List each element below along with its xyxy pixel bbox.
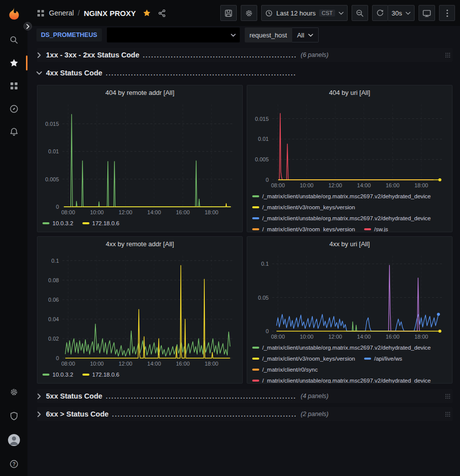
row-drag-handle-icon[interactable] <box>445 412 451 417</box>
request-host-label: request_host <box>245 27 292 42</box>
timeseries-chart[interactable]: 08:0010:0012:0014:0016:0018:0000.050.1 <box>250 251 449 341</box>
legend-series-marker <box>252 347 259 349</box>
clock-icon <box>265 9 273 17</box>
legend-item[interactable]: /_matrix/client/v3/room_keys/version <box>252 224 355 232</box>
legend-series-marker <box>252 206 259 208</box>
svg-text:08:00: 08:00 <box>61 361 75 367</box>
panel-title[interactable]: 4xx by remote addr [All] <box>37 237 242 251</box>
sidebar-item-starred[interactable] <box>0 52 27 74</box>
timeseries-chart[interactable]: 08:0010:0012:0014:0016:0018:0000.020.040… <box>40 251 239 368</box>
request-host-dropdown[interactable]: All <box>292 27 319 42</box>
sidebar-item-profile[interactable] <box>0 429 27 451</box>
sidebar-item-alerting[interactable] <box>0 121 27 143</box>
save-dashboard-button[interactable] <box>220 5 237 21</box>
breadcrumb-section[interactable]: General <box>49 9 74 17</box>
sidebar-item-search[interactable] <box>0 29 27 51</box>
chart-legend: /_matrix/client/unstable/org.matrix.msc2… <box>247 190 452 232</box>
legend-item[interactable]: /_matrix/client/unstable/org.matrix.msc2… <box>252 342 431 353</box>
time-range-picker[interactable]: Last 12 hours CST <box>261 5 348 21</box>
svg-text:0.005: 0.005 <box>45 176 59 182</box>
panel-title[interactable]: 404 by uri [All] <box>247 85 452 99</box>
row-1xx-3xx-2xx[interactable]: 1xx - 3xx - 2xx Status Code ............… <box>37 48 453 62</box>
svg-text:10:00: 10:00 <box>300 182 314 188</box>
sidebar-nav <box>0 28 27 144</box>
star-icon <box>9 58 18 67</box>
legend-series-marker <box>364 228 371 230</box>
kebab-menu-icon <box>446 9 449 17</box>
sidebar-expand-button[interactable] <box>23 22 32 30</box>
row-drag-handle-icon[interactable] <box>445 394 451 399</box>
legend-item[interactable]: 172.18.0.6 <box>82 369 119 380</box>
question-circle-icon: ? <box>9 460 18 469</box>
svg-text:12:00: 12:00 <box>328 182 342 188</box>
svg-text:10:00: 10:00 <box>90 361 104 367</box>
svg-text:?: ? <box>12 462 15 467</box>
more-options-button[interactable] <box>439 5 455 21</box>
panel-title[interactable]: 4xx by uri [All] <box>247 237 452 251</box>
legend-series-label: /_matrix/client/r0/sync <box>262 364 318 375</box>
sidebar-item-explore[interactable] <box>0 98 27 120</box>
refresh-interval-dropdown[interactable]: 30s <box>388 5 415 21</box>
sidebar-item-server-admin[interactable] <box>0 405 27 427</box>
legend-series-marker <box>252 195 259 197</box>
row-drag-handle-icon[interactable] <box>445 52 451 58</box>
dashboard-content: 1xx - 3xx - 2xx Status Code ............… <box>27 44 460 476</box>
legend-series-marker <box>42 222 49 224</box>
datasource-variable-dropdown[interactable] <box>107 27 240 42</box>
share-icon[interactable] <box>158 9 166 17</box>
legend-item[interactable]: /_matrix/client/r0/sync <box>252 364 318 375</box>
chevron-right-icon <box>37 412 46 417</box>
chart-legend: 10.0.3.2172.18.0.6 <box>37 368 242 383</box>
chevron-down-icon <box>308 33 313 37</box>
row-title: 6xx > Status Code <box>46 410 108 418</box>
timeseries-chart[interactable]: 08:0010:0012:0014:0016:0018:0000.0050.01… <box>40 99 239 217</box>
svg-text:10:00: 10:00 <box>90 209 104 215</box>
legend-item[interactable]: /_matrix/client/v3/room_keys/version <box>252 353 355 364</box>
row-5xx[interactable]: 5xx Status Code ........................… <box>37 389 453 403</box>
sidebar-item-dashboards[interactable] <box>0 75 27 97</box>
top-navbar: General / NGINX PROXY La <box>27 0 460 26</box>
chevron-right-icon <box>37 394 46 399</box>
request-host-value: All <box>297 31 304 39</box>
legend-series-marker <box>252 380 259 382</box>
svg-text:14:00: 14:00 <box>147 209 161 215</box>
row-title: 1xx - 3xx - 2xx Status Code <box>46 51 139 59</box>
sidebar-bottom: ? <box>0 380 27 476</box>
legend-item[interactable]: /_matrix/client/v3/room_keys/version <box>252 202 355 213</box>
svg-text:16:00: 16:00 <box>386 334 400 340</box>
datasource-variable-label[interactable]: DS_PROMETHEUS <box>36 28 102 41</box>
zoom-out-button[interactable] <box>352 5 368 21</box>
svg-text:0.1: 0.1 <box>261 261 269 267</box>
legend-series-marker <box>42 374 49 376</box>
panel-title[interactable]: 404 by remote addr [All] <box>37 85 242 99</box>
svg-text:0: 0 <box>266 177 269 183</box>
favorite-star-icon[interactable] <box>143 9 151 17</box>
submenu-bar: DS_PROMETHEUS request_host All <box>27 26 460 44</box>
legend-item[interactable]: 10.0.3.2 <box>42 218 73 229</box>
dashboard-settings-button[interactable] <box>241 5 257 21</box>
legend-series-label: /_matrix/client/unstable/org.matrix.msc2… <box>262 191 431 202</box>
cycle-view-mode-button[interactable] <box>419 5 435 21</box>
legend-item[interactable]: /api/live/ws <box>364 353 402 364</box>
svg-text:0: 0 <box>266 328 269 334</box>
legend-item[interactable]: /_matrix/client/unstable/org.matrix.msc2… <box>252 213 431 224</box>
sidebar-item-configuration[interactable] <box>0 381 27 403</box>
legend-item[interactable]: 10.0.3.2 <box>42 369 73 380</box>
svg-text:0.1: 0.1 <box>51 258 59 264</box>
row-6xx[interactable]: 6xx > Status Code ......................… <box>37 407 453 421</box>
chart-legend: 10.0.3.2172.18.0.6 <box>37 217 242 232</box>
legend-item[interactable]: /_matrix/client/unstable/org.matrix.msc2… <box>252 375 431 383</box>
grafana-logo[interactable] <box>0 0 27 28</box>
chevron-down-icon <box>37 70 46 76</box>
legend-item[interactable]: /_matrix/client/unstable/org.matrix.msc2… <box>252 191 431 202</box>
breadcrumb-separator: / <box>78 9 80 17</box>
row-4xx[interactable]: 4xx Status Code ........................… <box>37 66 453 80</box>
refresh-button[interactable] <box>372 5 388 21</box>
svg-text:12:00: 12:00 <box>118 209 132 215</box>
timeseries-chart[interactable]: 08:0010:0012:0014:0016:0018:0000.0050.01… <box>250 99 449 190</box>
svg-text:08:00: 08:00 <box>271 334 285 340</box>
sidebar-item-help[interactable]: ? <box>0 453 27 475</box>
legend-item[interactable]: 172.18.0.6 <box>82 218 119 229</box>
legend-item[interactable]: /sw.js <box>364 224 388 232</box>
legend-series-label: /_matrix/client/v3/room_keys/version <box>262 353 355 364</box>
